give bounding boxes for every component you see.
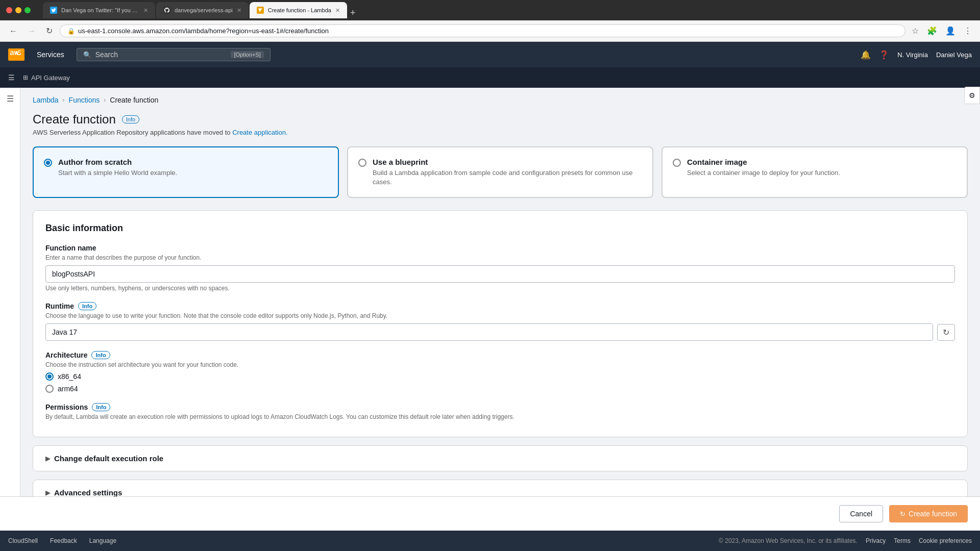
footer-buttons: Cancel ↻ Create function (839, 505, 968, 522)
extensions-icon[interactable]: 🧩 (925, 24, 939, 38)
option-card-blueprint[interactable]: Use a blueprint Build a Lambda applicati… (347, 146, 653, 198)
breadcrumb-current: Create function (110, 96, 158, 104)
lock-icon: 🔒 (67, 28, 75, 35)
breadcrumb-sep-1: › (63, 96, 65, 104)
basic-info-title: Basic information (45, 223, 955, 234)
architecture-arm64-option[interactable]: arm64 (45, 385, 955, 393)
sidebar-toggle-icon[interactable]: ☰ (7, 94, 14, 104)
permissions-label: Permissions Info (45, 403, 955, 411)
option-card-content-author: Author from scratch Start with a simple … (58, 158, 177, 178)
new-tab-button[interactable]: + (350, 8, 356, 18)
option-card-author-from-scratch[interactable]: Author from scratch Start with a simple … (33, 146, 339, 198)
cancel-button[interactable]: Cancel (839, 505, 883, 522)
tab-favicon-twitter (50, 7, 57, 14)
settings-sidebar[interactable]: ⚙ (964, 87, 980, 104)
forward-button[interactable]: → (24, 26, 39, 37)
browser-addressbar: ← → ↻ 🔒 us-east-1.console.aws.amazon.com… (0, 20, 980, 42)
page-content: Create function Info AWS Serverless Appl… (20, 104, 980, 522)
option-desc-blueprint: Build a Lambda application from sample c… (373, 168, 642, 187)
runtime-group: Runtime Info Choose the language to use … (45, 302, 955, 341)
page-subtitle: AWS Serverless Application Repository ap… (33, 129, 968, 136)
option-card-container[interactable]: Container image Select a container image… (662, 146, 968, 198)
aws-app: Services 🔍 Search [Option+S] 🔔 ❓ N. Virg… (0, 42, 980, 531)
tab-title-lambda: Create function - Lambda (268, 7, 331, 13)
option-title-author: Author from scratch (58, 158, 177, 166)
browser-actions: ☆ 🧩 👤 ⋮ (910, 24, 974, 38)
execution-role-arrow: ▶ (45, 455, 50, 462)
option-card-content-container: Container image Select a container image… (687, 158, 840, 178)
traffic-lights (6, 7, 31, 13)
execution-role-collapsible[interactable]: ▶ Change default execution role (33, 445, 968, 471)
aws-subnav: ☰ ⊞ API Gateway (0, 67, 980, 88)
runtime-select-wrapper: Java 17 Node.js 18.x Python 3.11 Ruby 3.… (45, 323, 955, 341)
back-button[interactable]: ← (6, 26, 20, 37)
browser-tab-twitter[interactable]: Dan Vega on Twitter: "If you h... ✕ (43, 2, 155, 18)
radio-blueprint[interactable] (358, 159, 366, 167)
services-button[interactable]: Services (33, 48, 68, 61)
api-gateway-label: API Gateway (31, 74, 70, 82)
address-bar[interactable]: 🔒 us-east-1.console.aws.amazon.com/lambd… (60, 24, 905, 37)
permissions-info-badge[interactable]: Info (92, 403, 110, 411)
basic-info-section: Basic information Function name Enter a … (33, 210, 968, 437)
function-name-hint: Use only letters, numbers, hyphens, or u… (45, 285, 955, 292)
user-menu[interactable]: Daniel Vega (936, 51, 972, 59)
tab-close-github[interactable]: ✕ (237, 7, 241, 14)
architecture-group: Architecture Info Choose the instruction… (45, 351, 955, 393)
radio-x86[interactable] (45, 372, 54, 381)
profile-icon[interactable]: 👤 (943, 24, 958, 38)
create-function-label: Create function (909, 510, 957, 518)
function-name-input[interactable] (45, 265, 955, 283)
tab-close-lambda[interactable]: ✕ (335, 7, 340, 14)
search-icon: 🔍 (83, 51, 91, 59)
more-icon[interactable]: ⋮ (962, 24, 974, 38)
breadcrumb-lambda[interactable]: Lambda (33, 96, 59, 104)
tab-title-github: danvega/serverless-api (175, 7, 233, 13)
tab-close-twitter[interactable]: ✕ (143, 7, 148, 14)
page-title: Create function (33, 112, 116, 127)
region-selector[interactable]: N. Virginia (897, 51, 928, 59)
api-gateway-nav-item[interactable]: ⊞ API Gateway (23, 74, 70, 82)
minimize-window-button[interactable] (15, 7, 21, 13)
browser-tab-github[interactable]: danvega/serverless-api ✕ (156, 2, 249, 18)
option-title-blueprint: Use a blueprint (373, 158, 642, 166)
architecture-arm64-label: arm64 (58, 385, 78, 393)
browser-titlebar: Dan Vega on Twitter: "If you h... ✕ danv… (0, 0, 980, 20)
reload-button[interactable]: ↻ (43, 25, 56, 37)
create-function-icon: ↻ (900, 510, 905, 518)
advanced-settings-label: Advanced settings (54, 488, 122, 497)
sidebar-toggle[interactable]: ☰ (0, 88, 20, 531)
menu-icon[interactable]: ☰ (8, 73, 15, 82)
runtime-select[interactable]: Java 17 Node.js 18.x Python 3.11 Ruby 3.… (45, 323, 933, 341)
permissions-group: Permissions Info By default, Lambda will… (45, 403, 955, 420)
close-window-button[interactable] (6, 7, 12, 13)
browser-tab-lambda[interactable]: Create function - Lambda ✕ (250, 2, 347, 18)
architecture-info-badge[interactable]: Info (91, 351, 110, 359)
architecture-x86-label: x86_64 (58, 372, 81, 381)
notifications-icon[interactable]: 🔔 (861, 50, 871, 60)
execution-role-label: Change default execution role (54, 454, 163, 463)
maximize-window-button[interactable] (24, 7, 31, 13)
architecture-x86-option[interactable]: x86_64 (45, 372, 955, 381)
runtime-refresh-button[interactable]: ↻ (937, 324, 955, 341)
search-bar[interactable]: 🔍 Search [Option+S] (77, 48, 271, 61)
breadcrumb-functions[interactable]: Functions (69, 96, 100, 104)
radio-arm64[interactable] (45, 385, 54, 393)
runtime-info-badge[interactable]: Info (78, 302, 96, 310)
option-card-content-blueprint: Use a blueprint Build a Lambda applicati… (373, 158, 642, 187)
breadcrumb: Lambda › Functions › Create function (20, 88, 980, 104)
help-icon[interactable]: ❓ (879, 50, 889, 60)
title-info-badge[interactable]: Info (122, 115, 139, 123)
settings-icon: ⚙ (969, 91, 975, 99)
bookmark-icon[interactable]: ☆ (910, 24, 921, 38)
create-function-button[interactable]: ↻ Create function (889, 505, 968, 522)
create-application-link[interactable]: Create application. (232, 129, 287, 136)
function-name-group: Function name Enter a name that describe… (45, 244, 955, 292)
radio-container[interactable] (673, 159, 681, 167)
aws-logo (8, 48, 24, 61)
breadcrumb-sep-2: › (104, 96, 106, 104)
permissions-desc: By default, Lambda will create an execut… (45, 413, 955, 420)
function-name-desc: Enter a name that describes the purpose … (45, 254, 955, 261)
radio-author-from-scratch[interactable] (44, 159, 52, 167)
address-text: us-east-1.console.aws.amazon.com/lambda/… (78, 27, 329, 35)
subtitle-text: AWS Serverless Application Repository ap… (33, 129, 231, 136)
